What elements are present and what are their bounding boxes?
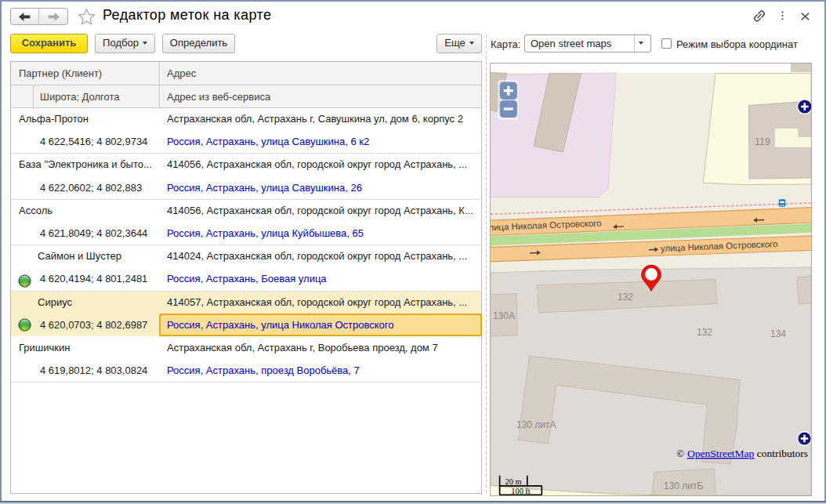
svg-text:100 ft: 100 ft xyxy=(511,487,530,495)
svg-text:132: 132 xyxy=(697,327,712,338)
svg-text:134: 134 xyxy=(770,328,786,339)
svg-text:20 m: 20 m xyxy=(505,477,522,486)
svg-text:119: 119 xyxy=(755,136,770,147)
svg-text:130 литБ: 130 литБ xyxy=(664,480,704,491)
svg-text:132: 132 xyxy=(618,292,633,303)
svg-text:130 литА: 130 литА xyxy=(516,419,556,430)
svg-text:130А: 130А xyxy=(493,310,515,321)
svg-text:© OpenStreetMap contributors: © OpenStreetMap contributors xyxy=(676,448,808,459)
